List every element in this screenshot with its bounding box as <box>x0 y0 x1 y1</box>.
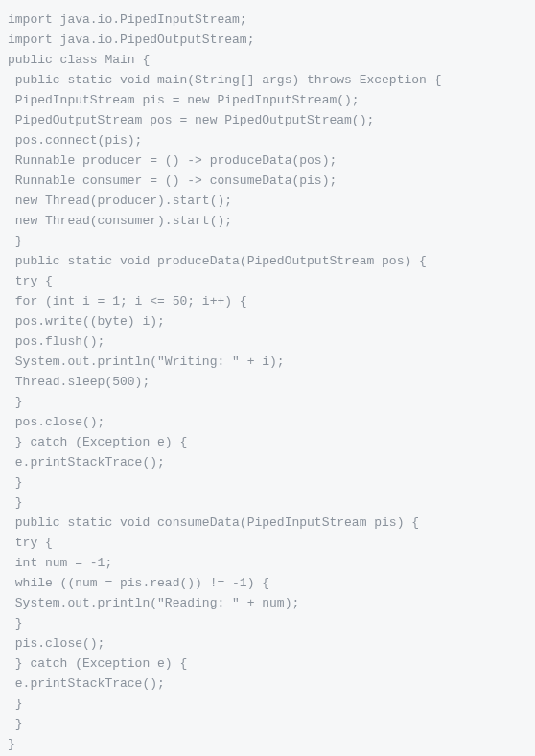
code-line: } <box>8 734 527 754</box>
code-line: try { <box>8 271 527 291</box>
code-line: pos.write((byte) i); <box>8 311 527 332</box>
code-line: e.printStackTrace(); <box>8 674 527 694</box>
code-line: public static void produceData(PipedOutp… <box>8 251 527 271</box>
code-line: Thread.sleep(500); <box>8 372 527 392</box>
code-line: } <box>8 392 527 412</box>
code-line: pos.connect(pis); <box>8 130 527 150</box>
code-line: PipedOutputStream pos = new PipedOutputS… <box>8 110 527 130</box>
code-line: pis.close(); <box>8 633 527 653</box>
code-line: Runnable consumer = () -> consumeData(pi… <box>8 171 527 191</box>
code-line: System.out.println("Writing: " + i); <box>8 352 527 372</box>
code-line: } catch (Exception e) { <box>8 653 527 674</box>
code-line: } <box>8 472 527 493</box>
code-line: } <box>8 493 527 513</box>
code-line: new Thread(consumer).start(); <box>8 211 527 231</box>
code-line: } <box>8 694 527 714</box>
code-line: pos.close(); <box>8 412 527 432</box>
code-line: public static void consumeData(PipedInpu… <box>8 513 527 533</box>
code-line: System.out.println("Reading: " + num); <box>8 593 527 613</box>
code-line: } catch (Exception e) { <box>8 432 527 452</box>
code-line: for (int i = 1; i <= 50; i++) { <box>8 291 527 311</box>
code-line: public static void main(String[] args) t… <box>8 70 527 90</box>
code-line: import java.io.PipedOutputStream; <box>8 30 527 50</box>
code-line: Runnable producer = () -> produceData(po… <box>8 150 527 171</box>
code-line: public class Main { <box>8 50 527 70</box>
code-block: import java.io.PipedInputStream;import j… <box>8 10 527 754</box>
code-line: try { <box>8 533 527 553</box>
code-line: } <box>8 613 527 633</box>
code-line: while ((num = pis.read()) != -1) { <box>8 573 527 593</box>
code-line: } <box>8 714 527 734</box>
code-line: e.printStackTrace(); <box>8 452 527 472</box>
code-line: } <box>8 231 527 251</box>
code-line: new Thread(producer).start(); <box>8 191 527 211</box>
code-line: import java.io.PipedInputStream; <box>8 10 527 30</box>
code-line: int num = -1; <box>8 553 527 573</box>
code-line: PipedInputStream pis = new PipedInputStr… <box>8 90 527 110</box>
code-line: pos.flush(); <box>8 332 527 352</box>
